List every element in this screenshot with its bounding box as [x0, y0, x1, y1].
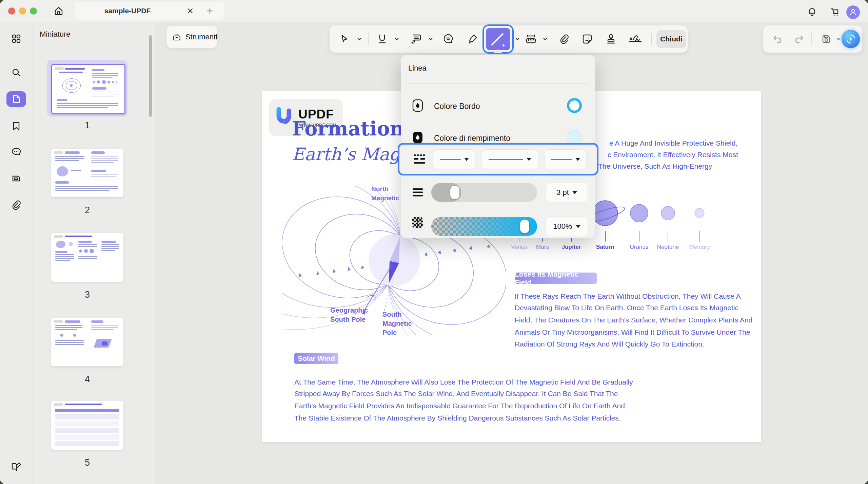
document-tab[interactable]: sample-UPDF [75, 2, 224, 20]
body-text-line: If These Rays Reach The Earth Without Ob… [515, 292, 741, 300]
cart-icon [830, 7, 840, 17]
store-button[interactable] [829, 6, 842, 19]
stamp-tool-button[interactable] [605, 33, 617, 45]
tab-close-icon[interactable] [186, 6, 195, 15]
dropdown-caret-icon [464, 158, 469, 161]
underline-tool-button[interactable] [377, 34, 387, 44]
note-tool-button[interactable] [410, 33, 422, 45]
signature-tool-button[interactable] [629, 33, 642, 45]
panel-title: Miniature [40, 30, 70, 39]
planet-tick [605, 231, 606, 242]
save-chevron[interactable] [836, 37, 841, 41]
select-tool-button[interactable] [339, 34, 350, 44]
save-icon [821, 34, 832, 44]
ai-assistant-button[interactable] [842, 30, 860, 48]
app-window: sample-UPDF [0, 0, 868, 484]
undo-button[interactable] [772, 34, 783, 44]
note-tool-chevron[interactable] [428, 37, 433, 41]
thickness-slider-thumb[interactable] [450, 186, 459, 199]
planet-label-mercury: Mercury [689, 244, 710, 250]
thickness-dropdown[interactable]: 3 pt [546, 183, 588, 202]
redo-button[interactable] [794, 34, 804, 44]
comment-tool-button[interactable] [442, 33, 454, 45]
content-area: Strumenti [155, 22, 868, 484]
panel-scrollbar[interactable] [149, 35, 152, 117]
opacity-dropdown[interactable]: 100% [546, 217, 588, 236]
dropdown-caret-icon [575, 158, 580, 161]
paperclip-icon [558, 33, 570, 45]
page-number-1: 1 [51, 120, 123, 131]
fill-color-label: Colore di riempimento [434, 134, 510, 143]
line-start-style-dropdown[interactable] [433, 149, 475, 169]
popup-title: Linea [408, 64, 427, 73]
south-magnetic-pole-label: SouthMagneticPole [382, 310, 412, 337]
stamp-icon [605, 33, 617, 45]
apps-grid-icon[interactable] [11, 33, 22, 44]
line-style-glyph [489, 159, 523, 160]
dropdown-caret-icon [527, 158, 531, 161]
thickness-slider[interactable] [431, 183, 537, 202]
home-button[interactable] [51, 4, 66, 18]
highlighter-tool-button[interactable] [467, 34, 478, 44]
thumbnails-panel: Miniature [33, 22, 155, 484]
new-tab-icon[interactable] [205, 6, 214, 15]
attachment-icon[interactable] [11, 199, 22, 211]
body-text-line: The Stable Existence Of The Atmosphere B… [294, 414, 621, 422]
fill-color-icon [412, 130, 423, 145]
planet-label-venus: Venus [511, 244, 527, 250]
dropdown-caret-icon [576, 225, 580, 228]
body-text-line: Radiation Of Strong Rays And Will Quickl… [515, 340, 704, 348]
line-tool-chevron[interactable] [515, 37, 520, 41]
attach-tool-button[interactable] [558, 33, 570, 45]
thickness-value: 3 pt [556, 188, 569, 197]
comments-icon[interactable] [11, 146, 22, 157]
close-window-button[interactable] [8, 7, 15, 15]
close-annotate-button[interactable]: Chiudi [656, 30, 686, 48]
toolbar-divider [651, 33, 652, 45]
measure-tool-button[interactable] [525, 33, 537, 45]
redo-icon [794, 34, 804, 44]
page-thumbnail-2[interactable] [51, 149, 123, 197]
page-thumbnail-1[interactable] [51, 64, 125, 114]
popup-anchor-notch [494, 49, 502, 53]
notifications-button[interactable] [806, 6, 818, 19]
opacity-slider[interactable] [431, 217, 537, 236]
page-thumbnail-5[interactable] [51, 401, 123, 450]
sticker-icon [581, 33, 593, 45]
line-tool-button[interactable] [486, 28, 510, 50]
bookmark-icon[interactable] [11, 120, 22, 132]
user-avatar[interactable] [846, 5, 860, 19]
titlebar: sample-UPDF [0, 0, 868, 22]
underline-icon [377, 34, 387, 44]
planet-label-saturn: Saturn [596, 244, 614, 250]
line-tool-icon [486, 28, 509, 51]
page-thumbnail-4[interactable] [51, 318, 123, 366]
minimize-window-button[interactable] [19, 7, 26, 15]
border-color-swatch[interactable] [567, 98, 582, 113]
page-edit-icon[interactable] [11, 173, 22, 184]
body-text-line: Devastating Blow To Life On Earth. Once … [515, 304, 738, 312]
signature-icon [629, 33, 642, 45]
save-button[interactable] [821, 34, 832, 44]
line-end-style-dropdown[interactable] [544, 149, 587, 169]
body-text-line: At The Same Time, The Atmosphere Will Al… [294, 378, 633, 386]
opacity-slider-thumb[interactable] [520, 220, 529, 233]
underline-tool-chevron[interactable] [394, 37, 399, 41]
search-icon[interactable] [11, 67, 22, 78]
thumbnails-panel-button[interactable] [6, 91, 26, 107]
reader-mode-icon[interactable] [11, 461, 22, 472]
body-text-line: Field, The Creatures On The Earth's Surf… [515, 316, 752, 324]
border-color-label: Colore Bordo [434, 102, 480, 111]
planet-label-neptune: Neptune [657, 244, 679, 250]
page-thumbnail-3[interactable] [51, 233, 123, 282]
left-icon-rail [0, 22, 33, 484]
tools-button[interactable]: Strumenti [166, 26, 217, 48]
page-number-3: 3 [51, 290, 123, 300]
select-tool-chevron[interactable] [357, 37, 362, 41]
zoom-window-button[interactable] [30, 7, 37, 15]
page-number-5: 5 [51, 458, 123, 468]
measure-tool-chevron[interactable] [543, 37, 548, 41]
sticker-tool-button[interactable] [581, 33, 593, 45]
dropdown-caret-icon [572, 191, 577, 194]
line-middle-style-dropdown[interactable] [482, 149, 538, 169]
